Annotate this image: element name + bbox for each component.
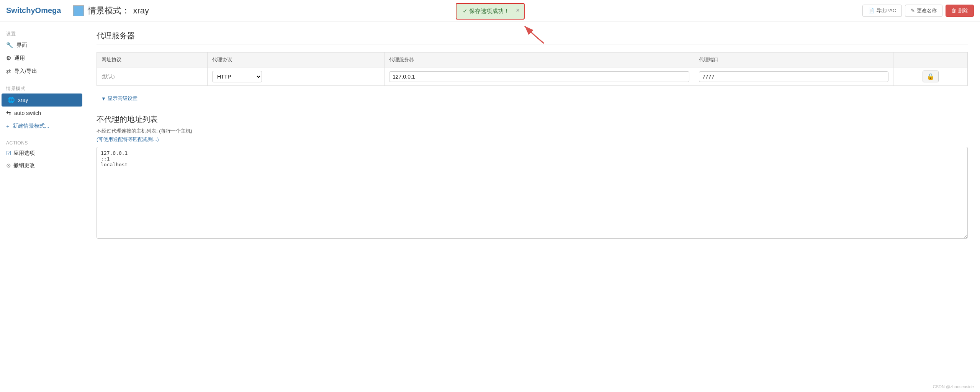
export-pac-icon: 📄 xyxy=(868,8,874,13)
proxy-section: 代理服务器 网址协议 代理协议 代理服务器 代理端口 (默认) xyxy=(97,31,968,105)
settings-section-label: 设置 xyxy=(0,28,84,39)
sidebar-item-new-profile[interactable]: + 新建情景模式... xyxy=(0,120,84,133)
sidebar-item-import-export[interactable]: ⇄ 导入/导出 xyxy=(0,65,84,78)
success-toast: ✓ 保存选项成功！ × xyxy=(456,3,525,20)
delete-button[interactable]: 🗑 删除 xyxy=(946,5,974,17)
col-proxy-server: 代理服务器 xyxy=(384,52,694,67)
sidebar-item-general[interactable]: ⚙ 通用 xyxy=(0,52,84,65)
bypass-section: 不代理的地址列表 不经过代理连接的主机列表: (每行一个主机) (可使用通配符等… xyxy=(97,114,968,240)
revert-changes-button[interactable]: ⊗ 撤销更改 xyxy=(0,159,84,172)
col-proxy-protocol: 代理协议 xyxy=(207,52,384,67)
row-default-label: (默认) xyxy=(97,67,208,86)
import-export-icon: ⇄ xyxy=(6,68,11,75)
rename-button[interactable]: ✎ 更改名称 xyxy=(905,5,942,17)
trash-icon: 🗑 xyxy=(951,8,956,13)
chevron-down-icon: ▼ xyxy=(101,96,106,102)
bypass-section-title: 不代理的地址列表 xyxy=(97,114,968,125)
col-proxy-port: 代理端口 xyxy=(694,52,893,67)
app-title[interactable]: SwitchyOmega xyxy=(6,6,61,15)
bypass-description: 不经过代理连接的主机列表: (每行一个主机) xyxy=(97,128,968,134)
page-title-prefix: 情景模式： xyxy=(88,5,130,16)
bypass-textarea[interactable]: 127.0.0.1 ::1 localhost xyxy=(97,147,968,239)
proxy-table: 网址协议 代理协议 代理服务器 代理端口 (默认) HTTP xyxy=(97,52,968,86)
sidebar-item-xray[interactable]: 🌐 xray xyxy=(2,93,82,107)
col-lock xyxy=(893,52,968,67)
sidebar: 设置 🔧 界面 ⚙ 通用 ⇄ 导入/导出 情景模式 🌐 xray ⇆ auto … xyxy=(0,21,84,392)
apply-icon: ☑ xyxy=(6,150,11,157)
header-actions: 📄 导出PAC ✎ 更改名称 🗑 删除 xyxy=(862,5,974,17)
main-content: 代理服务器 网址协议 代理协议 代理服务器 代理端口 (默认) xyxy=(84,21,980,392)
apply-options-button[interactable]: ☑ 应用选项 xyxy=(0,147,84,159)
sidebar-item-ui[interactable]: 🔧 界面 xyxy=(0,39,84,52)
profiles-section-label: 情景模式 xyxy=(0,82,84,93)
table-row: (默认) HTTP HTTPS SOCKS4 SOCKS5 xyxy=(97,67,968,86)
switch-icon: ⇆ xyxy=(6,110,11,116)
gear-icon: ⚙ xyxy=(6,55,11,62)
rename-icon: ✎ xyxy=(911,8,915,13)
header: SwitchyOmega 情景模式： xray ✓ 保存选项成功！ × 📄 导出… xyxy=(0,0,980,21)
bypass-rules-link[interactable]: (可使用通配符等匹配规则...) xyxy=(97,136,968,143)
lock-button[interactable]: 🔒 xyxy=(923,71,939,82)
footer-attribution: CSDN @zhaoseaside xyxy=(933,384,974,389)
export-pac-button[interactable]: 📄 导出PAC xyxy=(862,5,902,17)
page-title-name: xray xyxy=(133,6,149,16)
proxy-server-input[interactable] xyxy=(389,71,689,82)
toast-close-button[interactable]: × xyxy=(516,7,520,14)
globe-icon: 🌐 xyxy=(8,97,15,103)
profile-icon xyxy=(73,5,84,16)
wrench-icon: 🔧 xyxy=(6,42,13,49)
show-advanced-button[interactable]: ▼ 显示高级设置 xyxy=(97,92,968,105)
actions-section-label: ACTIONS xyxy=(0,137,84,147)
plus-icon: + xyxy=(6,123,10,130)
proxy-section-title: 代理服务器 xyxy=(97,31,968,44)
col-url-protocol: 网址协议 xyxy=(97,52,208,67)
sidebar-item-auto-switch[interactable]: ⇆ auto switch xyxy=(0,107,84,120)
proxy-port-input[interactable] xyxy=(699,71,888,82)
toast-message: ✓ 保存选项成功！ xyxy=(463,8,509,15)
revert-icon: ⊗ xyxy=(6,162,11,169)
proxy-protocol-select[interactable]: HTTP HTTPS SOCKS4 SOCKS5 xyxy=(212,71,262,82)
